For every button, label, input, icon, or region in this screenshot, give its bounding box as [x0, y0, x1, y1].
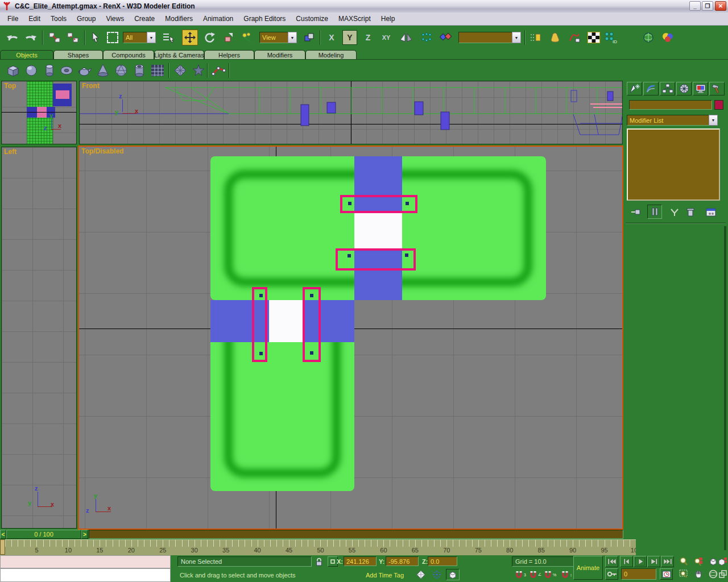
- vertex[interactable]: [259, 352, 263, 355]
- unlink-icon[interactable]: [65, 30, 81, 45]
- display-tab-icon[interactable]: [693, 82, 708, 95]
- x-coordinate-field[interactable]: 241.126: [344, 556, 377, 566]
- vertex[interactable]: [310, 351, 313, 355]
- restore-button[interactable]: ❐: [702, 1, 713, 11]
- vertex[interactable]: [348, 254, 351, 257]
- sparkle-icon[interactable]: [430, 569, 444, 580]
- configure-modifier-sets-icon[interactable]: [704, 206, 718, 218]
- menu-graph-editors[interactable]: Graph Editors: [238, 13, 291, 25]
- minimize-button[interactable]: _: [689, 1, 701, 11]
- menu-views[interactable]: Views: [101, 13, 129, 25]
- zoom-extents-all-icon[interactable]: [718, 556, 728, 567]
- vertex[interactable]: [406, 202, 409, 205]
- menu-modifiers[interactable]: Modifiers: [160, 13, 198, 25]
- viewport-top-label[interactable]: Top: [4, 82, 16, 90]
- cube-mode-icon[interactable]: [446, 569, 460, 580]
- viewport-front-label[interactable]: Front: [82, 82, 100, 90]
- viewport-main[interactable]: Top/Disabled y z x: [78, 146, 623, 530]
- play-button[interactable]: [634, 556, 647, 567]
- maxscript-listener-white[interactable]: [0, 568, 171, 582]
- z-coordinate-field[interactable]: 0.0: [428, 556, 457, 566]
- track-view-icon[interactable]: [547, 30, 563, 45]
- render-icon[interactable]: [660, 30, 676, 45]
- spinner-snap-icon[interactable]: ↕: [560, 569, 573, 580]
- maxscript-listener-pink[interactable]: [0, 555, 171, 568]
- cone-icon[interactable]: [94, 62, 111, 79]
- percent-snap-icon[interactable]: %: [543, 569, 557, 580]
- torus-icon[interactable]: [58, 62, 75, 79]
- viewport-left[interactable]: Left z y x: [1, 147, 77, 529]
- axis-z-button[interactable]: Z: [361, 30, 375, 45]
- align-icon[interactable]: [438, 30, 454, 45]
- undo-icon[interactable]: [5, 30, 20, 45]
- time-slider[interactable]: 0 / 100: [6, 530, 81, 539]
- modifier-stack[interactable]: [627, 128, 720, 201]
- ringwave-icon[interactable]: [190, 62, 207, 79]
- bones-icon[interactable]: [210, 62, 228, 79]
- modify-tab-icon[interactable]: [643, 82, 659, 95]
- menu-edit[interactable]: Edit: [23, 13, 46, 25]
- chevron-down-icon[interactable]: ▼: [709, 115, 718, 126]
- current-frame-field[interactable]: 0: [621, 568, 656, 580]
- redo-icon[interactable]: [23, 30, 39, 45]
- hierarchy-tab-icon[interactable]: [660, 82, 675, 95]
- motion-tab-icon[interactable]: [676, 82, 692, 95]
- chevron-down-icon[interactable]: ▼: [147, 32, 156, 43]
- reference-coordinate-dropdown[interactable]: View ▼: [259, 32, 297, 43]
- viewport-left-label[interactable]: Left: [4, 148, 16, 156]
- show-end-result-icon[interactable]: [647, 205, 662, 219]
- zoom-icon[interactable]: [677, 556, 690, 567]
- material-id-icon[interactable]: ID: [603, 30, 619, 45]
- vertex[interactable]: [259, 294, 263, 297]
- object-name-field[interactable]: [629, 100, 712, 110]
- selection-rect[interactable]: [252, 287, 267, 362]
- box-icon[interactable]: [5, 62, 22, 79]
- time-slider-prev[interactable]: <: [0, 530, 6, 539]
- sphere-icon[interactable]: [23, 62, 40, 79]
- region-select-icon[interactable]: [105, 30, 121, 45]
- min-max-toggle-icon[interactable]: [718, 568, 728, 580]
- snap-toggle-icon[interactable]: 3: [514, 569, 527, 580]
- next-frame-button[interactable]: [647, 556, 660, 567]
- object-color-swatch[interactable]: [714, 100, 723, 110]
- remove-modifier-icon[interactable]: [684, 206, 697, 218]
- array-icon[interactable]: [419, 30, 435, 45]
- vertex[interactable]: [348, 202, 351, 205]
- track-bar[interactable]: 5101520253035404550556065707580859095100: [0, 539, 636, 555]
- road-white-section[interactable]: [354, 213, 402, 249]
- menu-customize[interactable]: Customize: [291, 13, 333, 25]
- modifier-list-dropdown[interactable]: Modifier List ▼: [627, 115, 718, 126]
- use-center-icon[interactable]: [301, 30, 317, 45]
- time-slider-next[interactable]: >: [81, 530, 88, 539]
- octahedron-icon[interactable]: [414, 569, 428, 580]
- time-slider-track[interactable]: [89, 530, 623, 539]
- go-to-start-button[interactable]: [605, 556, 618, 567]
- vertex[interactable]: [310, 294, 313, 297]
- track-bar-thumb[interactable]: [0, 539, 5, 555]
- curve-editor-icon[interactable]: [528, 30, 544, 45]
- plane-icon[interactable]: [149, 62, 166, 79]
- previous-frame-button[interactable]: [620, 556, 633, 567]
- viewport-main-label[interactable]: Top/Disabled: [81, 147, 123, 155]
- tab-lights-cameras[interactable]: Lights & Cameras: [154, 50, 204, 59]
- menu-animation[interactable]: Animation: [198, 13, 238, 25]
- add-time-tag[interactable]: Add Time Tag: [366, 572, 404, 579]
- animate-button[interactable]: Animate: [573, 556, 603, 580]
- zoom-all-icon[interactable]: [692, 556, 705, 567]
- close-button[interactable]: ✕: [715, 1, 726, 11]
- menu-tools[interactable]: Tools: [46, 13, 72, 25]
- lock-selection-icon[interactable]: [314, 556, 324, 567]
- y-coordinate-field[interactable]: -95.876: [386, 556, 419, 566]
- tab-shapes[interactable]: Shapes: [53, 50, 103, 59]
- chevron-down-icon[interactable]: ▼: [512, 32, 521, 43]
- angle-snap-icon[interactable]: ∠: [528, 569, 542, 580]
- utilities-tab-icon[interactable]: [709, 82, 725, 95]
- selection-rect[interactable]: [336, 248, 416, 271]
- go-to-end-button[interactable]: [661, 556, 674, 567]
- tube-icon[interactable]: [131, 62, 148, 79]
- select-by-name-icon[interactable]: [160, 30, 176, 45]
- mirror-icon[interactable]: [398, 30, 414, 45]
- pin-stack-icon[interactable]: [629, 206, 643, 218]
- select-object-icon[interactable]: [88, 30, 104, 45]
- create-tab-icon[interactable]: [627, 82, 642, 95]
